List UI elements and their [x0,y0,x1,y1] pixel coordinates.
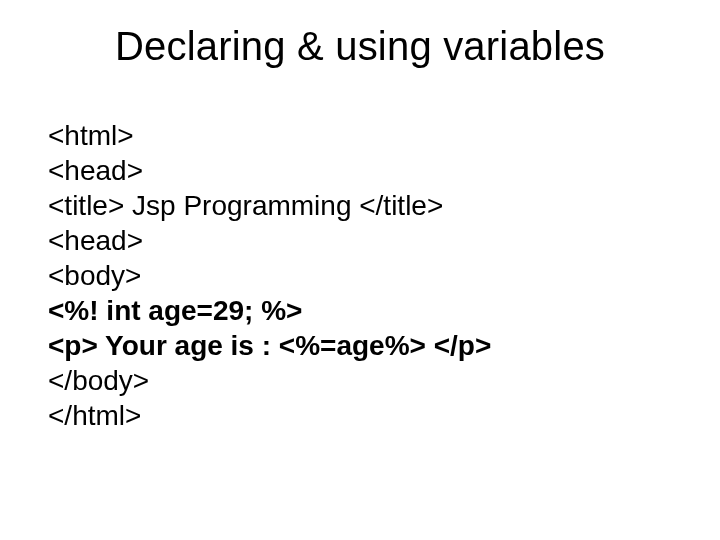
code-line: <body> [48,258,491,293]
slide: Declaring & using variables <html><head>… [0,0,720,540]
code-line: <head> [48,153,491,188]
slide-title: Declaring & using variables [0,24,720,69]
code-line: <head> [48,223,491,258]
code-line: </html> [48,398,491,433]
code-line: <html> [48,118,491,153]
code-line: <p> Your age is : <%=age%> </p> [48,328,491,363]
code-block: <html><head><title> Jsp Programming </ti… [48,118,491,433]
code-line: </body> [48,363,491,398]
code-line: <%! int age=29; %> [48,293,491,328]
code-line: <title> Jsp Programming </title> [48,188,491,223]
